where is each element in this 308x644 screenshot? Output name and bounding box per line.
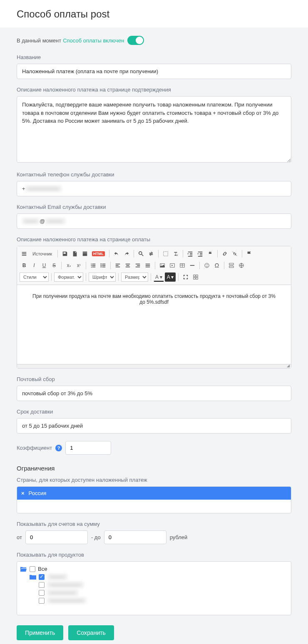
bullet-list-icon[interactable] [99, 261, 108, 270]
embed-icon[interactable] [168, 261, 177, 270]
remove-format-icon[interactable] [171, 249, 180, 258]
tree-all-label: Все [38, 566, 47, 572]
rich-editor: Источник HTML [17, 246, 291, 369]
font-select[interactable]: Шрифт [89, 272, 116, 282]
name-input[interactable] [17, 64, 291, 79]
help-icon[interactable]: ? [55, 445, 62, 451]
italic-icon[interactable]: I [30, 261, 39, 270]
tree-item-label: xxxxx [47, 574, 67, 580]
bg-color-icon[interactable]: A ▾ [165, 272, 176, 282]
enable-toggle[interactable] [127, 36, 144, 45]
format-select[interactable]: Формат... [54, 272, 83, 282]
replace-icon[interactable] [147, 249, 156, 258]
enable-toggle-row: В данный момент Способ оплаты включен [17, 36, 291, 45]
phone-label: Контактный телефон службы доставки [17, 171, 291, 178]
undo-icon[interactable] [112, 249, 121, 258]
tree-checkbox[interactable] [39, 582, 45, 588]
confirm-desc-textarea[interactable]: Пожалуйста, подтвердите ваше намерение п… [17, 96, 291, 163]
tree-row[interactable]: xxxxxxxxxxxx [20, 597, 288, 604]
coeff-input[interactable] [65, 441, 111, 455]
align-center-icon[interactable] [123, 261, 132, 270]
tree-checkbox[interactable] [39, 598, 45, 604]
blockquote-icon[interactable]: ❝ [206, 249, 215, 258]
svg-point-9 [205, 263, 209, 268]
svg-point-3 [100, 265, 102, 266]
apply-button[interactable]: Применить [17, 625, 63, 640]
align-justify-icon[interactable] [143, 261, 152, 270]
delivery-label: Срок доставки [17, 409, 291, 415]
superscript-icon[interactable]: x² [74, 261, 83, 270]
redo-icon[interactable] [122, 249, 131, 258]
bold-icon[interactable]: B [20, 261, 29, 270]
products-tree[interactable]: Все xxxxx xxxxxxxxxxx xxxxxxxxx xxxxxxxx… [17, 561, 291, 615]
editor-resize-handle[interactable] [17, 364, 291, 368]
fee-input[interactable] [17, 386, 291, 401]
align-right-icon[interactable] [133, 261, 142, 270]
page-title: Способ оплаты post [0, 0, 308, 27]
tree-row[interactable]: xxxxxxxxx [20, 589, 288, 597]
select-all-icon[interactable] [161, 249, 170, 258]
text-color-icon[interactable]: A ▾ [154, 272, 164, 282]
tree-checkbox[interactable] [30, 566, 35, 572]
email-input[interactable]: xxxx@xxxxx [17, 213, 291, 229]
show-blocks-icon[interactable] [191, 272, 200, 282]
delivery-input[interactable] [17, 418, 291, 433]
subscript-icon[interactable]: x₂ [64, 261, 73, 270]
coeff-label: Коэффициент [17, 445, 52, 451]
name-label: Название [17, 54, 291, 60]
pagebreak-icon[interactable] [227, 261, 236, 270]
svg-point-2 [100, 263, 102, 265]
svg-rect-13 [194, 275, 195, 277]
remove-tag-icon[interactable]: × [21, 490, 25, 496]
restrictions-heading: Ограничения [17, 465, 291, 472]
save-button[interactable]: Сохранить [68, 625, 114, 640]
preview-icon[interactable] [80, 249, 89, 258]
smiley-icon[interactable] [202, 261, 211, 270]
find-icon[interactable] [137, 249, 146, 258]
outdent-icon[interactable] [186, 249, 195, 258]
country-tag: × Россия [17, 487, 291, 500]
numbered-list-icon[interactable] [89, 261, 98, 270]
amount-from-label: от [17, 534, 22, 540]
unlink-icon[interactable] [230, 249, 239, 258]
indent-icon[interactable] [196, 249, 205, 258]
align-left-icon[interactable] [113, 261, 122, 270]
image-icon[interactable] [158, 261, 167, 270]
amount-currency-label: рублей [170, 534, 188, 540]
flag-icon[interactable] [245, 249, 254, 258]
svg-rect-16 [196, 277, 198, 279]
hr-icon[interactable] [188, 261, 197, 270]
tree-checkbox[interactable] [39, 574, 45, 580]
folder-icon [30, 575, 36, 580]
special-char-icon[interactable]: Ω [212, 261, 221, 270]
phone-input[interactable]: +xxxxxxxxxxx [17, 181, 291, 196]
email-label: Контактный Email службы доставки [17, 204, 291, 210]
amount-from-input[interactable] [25, 530, 88, 544]
size-select[interactable]: Размер [121, 272, 148, 282]
tree-checkbox[interactable] [39, 590, 45, 596]
iframe-icon[interactable] [237, 261, 246, 270]
tree-row[interactable]: xxxxxxxxxxx [20, 581, 288, 589]
svg-point-4 [100, 266, 102, 268]
source-icon[interactable] [20, 249, 29, 258]
source-button[interactable]: Источник [30, 249, 55, 258]
link-icon[interactable] [220, 249, 229, 258]
style-select[interactable]: Стили [20, 272, 49, 282]
underline-icon[interactable]: U [40, 261, 49, 270]
editor-content[interactable]: При получении продукта на почте вам необ… [17, 285, 291, 364]
countries-select[interactable]: × Россия [17, 486, 291, 513]
new-page-icon[interactable] [70, 249, 79, 258]
amount-to-input[interactable] [104, 530, 166, 544]
strike-icon[interactable]: S [50, 261, 59, 270]
save-icon[interactable] [60, 249, 70, 258]
tree-row-all[interactable]: Все [20, 565, 288, 573]
maximize-icon[interactable] [181, 272, 190, 282]
tree-row[interactable]: xxxxx [20, 573, 288, 581]
products-label: Показывать для продуктов [17, 552, 291, 558]
table-icon[interactable] [178, 261, 187, 270]
html-badge-icon[interactable]: HTML [90, 249, 107, 258]
confirm-desc-label: Описание наложенного платежа на странице… [17, 87, 291, 93]
svg-point-6 [161, 264, 162, 265]
countries-label: Страны, для которых доступен наложенный … [17, 477, 291, 483]
amount-to-label: - до [91, 534, 101, 540]
